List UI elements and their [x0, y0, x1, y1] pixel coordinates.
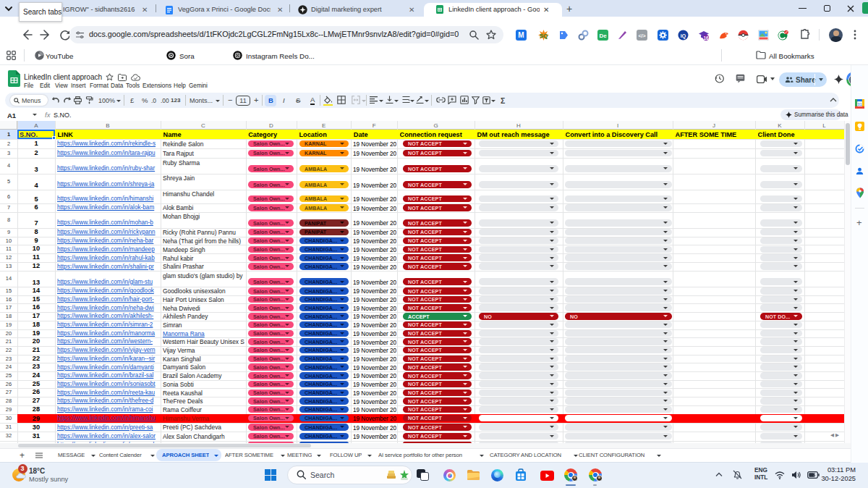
- svg-text:</>: </>: [638, 33, 645, 38]
- svg-text:iQ: iQ: [681, 33, 686, 39]
- svg-text:SQ: SQ: [540, 33, 548, 39]
- svg-text:M: M: [518, 31, 524, 39]
- svg-text:31: 31: [857, 102, 862, 106]
- svg-text:De: De: [599, 33, 607, 39]
- svg-text:16: 16: [703, 35, 709, 41]
